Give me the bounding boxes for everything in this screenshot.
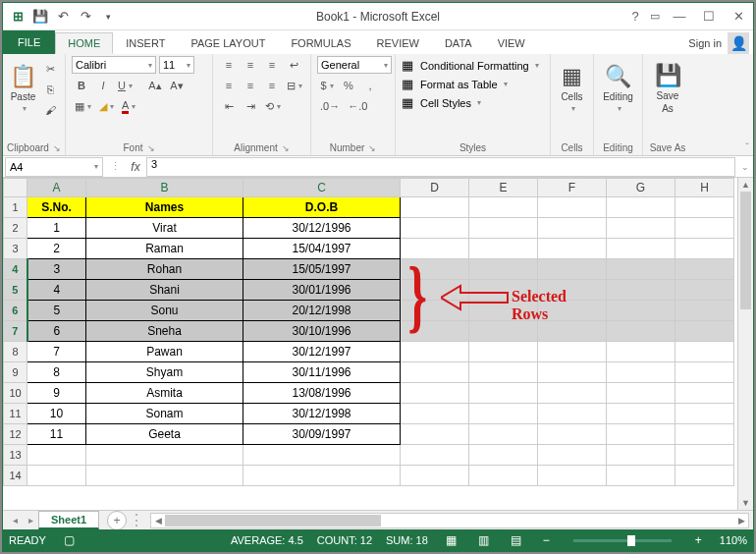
- tab-file[interactable]: FILE: [3, 30, 55, 54]
- cell[interactable]: [607, 197, 675, 218]
- qat-customize-icon[interactable]: ▾: [97, 6, 119, 28]
- cell[interactable]: [469, 321, 538, 342]
- cell[interactable]: [401, 383, 469, 404]
- cell-B6[interactable]: Sonu: [86, 301, 243, 321]
- cell[interactable]: [675, 342, 734, 362]
- increase-font-icon[interactable]: A▴: [145, 77, 165, 94]
- cell[interactable]: [675, 259, 734, 280]
- view-normal-icon[interactable]: ▦: [442, 533, 460, 547]
- cell[interactable]: [469, 466, 538, 486]
- tab-page-layout[interactable]: PAGE LAYOUT: [178, 32, 278, 54]
- cell[interactable]: [538, 404, 607, 424]
- col-header-D[interactable]: D: [401, 179, 469, 197]
- cell[interactable]: [538, 383, 607, 404]
- cell[interactable]: [675, 466, 734, 486]
- cell[interactable]: [675, 383, 734, 404]
- decrease-decimal-icon[interactable]: ←.0: [345, 97, 370, 115]
- font-size-combo[interactable]: 11▾: [159, 56, 194, 74]
- horizontal-scroll-thumb[interactable]: [165, 515, 381, 526]
- col-header-H[interactable]: H: [675, 179, 734, 197]
- cell[interactable]: [675, 280, 734, 301]
- cell[interactable]: [607, 218, 675, 239]
- scroll-left-icon[interactable]: ◀: [151, 514, 165, 527]
- col-header-C[interactable]: C: [243, 179, 401, 197]
- decrease-indent-icon[interactable]: ⇤: [219, 97, 239, 115]
- cell[interactable]: [469, 362, 538, 383]
- cell[interactable]: [675, 218, 734, 239]
- cell[interactable]: [86, 466, 243, 486]
- comma-icon[interactable]: ,: [360, 77, 380, 94]
- cell-A11[interactable]: 10: [27, 404, 86, 424]
- cells-button[interactable]: ▦Cells▾: [557, 56, 587, 121]
- tab-data[interactable]: DATA: [432, 32, 485, 54]
- cell-C9[interactable]: 30/11/1996: [243, 362, 401, 383]
- name-box[interactable]: A4▾: [5, 157, 103, 177]
- cell[interactable]: [538, 445, 607, 466]
- save-as-button[interactable]: 💾SaveAs: [649, 56, 686, 121]
- zoom-level[interactable]: 110%: [720, 534, 747, 546]
- select-all-corner[interactable]: [4, 179, 27, 197]
- scroll-right-icon[interactable]: ▶: [734, 514, 748, 527]
- row-header-8[interactable]: 8: [4, 342, 27, 362]
- cell[interactable]: [538, 362, 607, 383]
- cell[interactable]: [401, 445, 469, 466]
- editing-button[interactable]: 🔍Editing▾: [600, 56, 636, 121]
- fx-button[interactable]: fx: [125, 160, 146, 174]
- cell[interactable]: [469, 259, 538, 280]
- cell[interactable]: [538, 239, 607, 259]
- cell[interactable]: [401, 424, 469, 445]
- cell[interactable]: [675, 362, 734, 383]
- cell[interactable]: [675, 445, 734, 466]
- cell-A6[interactable]: 5: [27, 301, 86, 321]
- cell[interactable]: [469, 342, 538, 362]
- align-middle-icon[interactable]: ≡: [241, 56, 260, 74]
- cell[interactable]: [401, 239, 469, 259]
- excel-icon[interactable]: ⊞: [7, 6, 28, 28]
- tab-insert[interactable]: INSERT: [113, 32, 178, 54]
- sheet-tab[interactable]: Sheet1: [38, 511, 99, 529]
- cell[interactable]: [607, 321, 675, 342]
- cell[interactable]: [538, 342, 607, 362]
- cell[interactable]: [27, 445, 86, 466]
- cell[interactable]: [538, 301, 607, 321]
- col-header-B[interactable]: B: [86, 179, 243, 197]
- cell-C1[interactable]: D.O.B: [243, 197, 401, 218]
- minimize-button[interactable]: —: [665, 5, 694, 28]
- col-header-F[interactable]: F: [538, 179, 607, 197]
- font-color-button[interactable]: A▾: [119, 97, 138, 115]
- decrease-font-icon[interactable]: A▾: [167, 77, 187, 94]
- cell[interactable]: [469, 218, 538, 239]
- cell-C5[interactable]: 30/01/1996: [243, 280, 401, 301]
- italic-button[interactable]: I: [93, 77, 113, 94]
- cell[interactable]: [401, 362, 469, 383]
- cell-C2[interactable]: 30/12/1996: [243, 218, 401, 239]
- row-header-3[interactable]: 3: [4, 239, 27, 259]
- cell[interactable]: [243, 466, 401, 486]
- cell[interactable]: [675, 424, 734, 445]
- cell-C4[interactable]: 15/05/1997: [243, 259, 401, 280]
- cell[interactable]: [675, 404, 734, 424]
- cell[interactable]: [538, 424, 607, 445]
- cell[interactable]: [607, 342, 675, 362]
- cell[interactable]: [607, 404, 675, 424]
- cell-B12[interactable]: Geeta: [86, 424, 243, 445]
- cell[interactable]: [538, 321, 607, 342]
- cell-B3[interactable]: Raman: [86, 239, 243, 259]
- number-launcher[interactable]: ↘: [368, 143, 376, 153]
- fill-color-button[interactable]: ◢▾: [96, 97, 117, 115]
- cell[interactable]: [401, 404, 469, 424]
- cell[interactable]: [675, 321, 734, 342]
- formula-input[interactable]: 3: [146, 157, 735, 177]
- row-header-1[interactable]: 1: [4, 197, 27, 218]
- cell[interactable]: [538, 259, 607, 280]
- row-header-5[interactable]: 5: [4, 280, 27, 301]
- copy-icon[interactable]: ⎘: [41, 81, 59, 98]
- cell[interactable]: [401, 301, 469, 321]
- row-header-13[interactable]: 13: [4, 445, 27, 466]
- horizontal-scrollbar[interactable]: ◀ ▶: [150, 513, 749, 528]
- font-name-combo[interactable]: Calibri▾: [72, 56, 156, 74]
- increase-decimal-icon[interactable]: .0→: [317, 97, 343, 115]
- scroll-down-icon[interactable]: ▼: [738, 496, 753, 510]
- cut-icon[interactable]: ✂: [41, 60, 59, 78]
- cell-A7[interactable]: 6: [27, 321, 86, 342]
